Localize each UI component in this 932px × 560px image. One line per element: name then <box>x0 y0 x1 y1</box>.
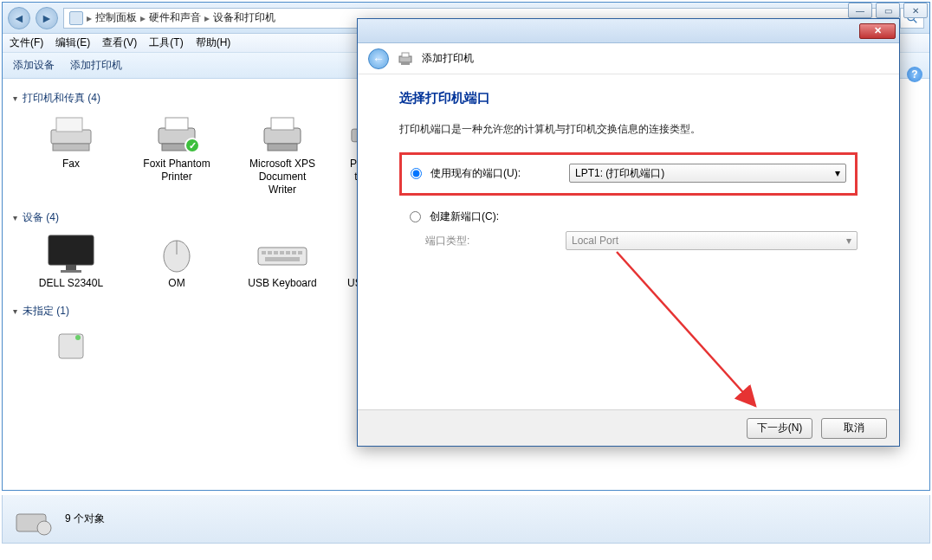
use-existing-port-radio[interactable] <box>411 168 422 179</box>
nav-forward-button[interactable]: ► <box>36 7 58 29</box>
breadcrumb-item[interactable]: 设备和打印机 <box>213 10 275 25</box>
svg-rect-4 <box>53 144 89 151</box>
check-badge-icon: ✓ <box>184 138 200 153</box>
help-button[interactable]: ? <box>907 67 922 82</box>
item-label: Foxit PhantomPrinter <box>143 158 210 183</box>
item-label: OM <box>168 277 184 290</box>
device-monitor[interactable]: DELL S2340L <box>23 232 119 290</box>
dialog-heading: 选择打印机端口 <box>399 90 858 106</box>
svg-point-30 <box>75 335 81 340</box>
create-new-port-row: 创建新端口(C): <box>399 208 858 226</box>
svg-rect-21 <box>274 251 278 254</box>
dialog-title: 添加打印机 <box>422 51 474 66</box>
mouse-icon <box>151 232 203 274</box>
group-title: 设备 (4) <box>23 210 59 225</box>
device-keyboard[interactable]: USB Keyboard <box>235 232 330 290</box>
chevron-down-icon: ▾ <box>13 213 17 222</box>
use-existing-port-row: 使用现有的端口(U): LPT1: (打印机端口) ▾ <box>411 162 846 184</box>
item-label: USB Keyboard <box>248 277 316 290</box>
menu-tools[interactable]: 工具(T) <box>149 35 183 50</box>
maximize-button[interactable]: ▭ <box>876 3 900 18</box>
svg-rect-13 <box>49 235 94 265</box>
dialog-titlebar: ✕ <box>358 19 899 43</box>
svg-rect-3 <box>56 118 82 132</box>
minimize-button[interactable]: — <box>848 3 872 18</box>
port-type-label: 端口类型: <box>418 234 557 248</box>
svg-rect-14 <box>66 265 76 270</box>
dialog-description: 打印机端口是一种允许您的计算机与打印机交换信息的连接类型。 <box>399 122 858 137</box>
svg-rect-25 <box>298 251 302 254</box>
breadcrumb-item[interactable]: 硬件和声音 <box>149 10 201 25</box>
create-new-port-label: 创建新端口(C): <box>430 209 499 224</box>
svg-rect-19 <box>262 251 266 254</box>
menu-edit[interactable]: 编辑(E) <box>55 35 90 50</box>
svg-rect-15 <box>61 270 81 273</box>
svg-rect-24 <box>292 251 296 254</box>
port-type-row: 端口类型: Local Port ▾ <box>399 226 858 250</box>
item-label: DELL S2340L <box>39 277 103 290</box>
device-mouse[interactable]: OM <box>129 232 224 290</box>
status-bar: 9 个对象 <box>2 495 930 544</box>
dialog-footer: 下一步(N) 取消 <box>358 409 899 446</box>
svg-rect-9 <box>271 118 294 130</box>
item-label: Microsoft XPSDocumentWriter <box>249 158 315 196</box>
device-icon <box>45 325 97 367</box>
chevron-right-icon: ▸ <box>204 12 210 24</box>
dialog-back-button[interactable]: ← <box>368 48 389 69</box>
chevron-down-icon: ▾ <box>846 235 851 247</box>
svg-rect-34 <box>402 53 409 57</box>
svg-point-32 <box>37 521 51 535</box>
toolbar-add-printer[interactable]: 添加打印机 <box>70 58 122 73</box>
chevron-right-icon: ▸ <box>140 12 146 24</box>
monitor-icon <box>45 232 97 274</box>
device-unspec[interactable] <box>23 325 119 367</box>
menu-help[interactable]: 帮助(H) <box>196 35 231 50</box>
dialog-body: 选择打印机端口 打印机端口是一种允许您的计算机与打印机交换信息的连接类型。 使用… <box>358 74 899 250</box>
nav-back-button[interactable]: ◄ <box>8 7 30 29</box>
svg-line-1 <box>914 19 917 23</box>
chevron-down-icon: ▾ <box>835 167 840 179</box>
svg-rect-20 <box>268 251 272 254</box>
svg-rect-18 <box>258 248 307 265</box>
svg-rect-8 <box>264 128 301 144</box>
status-text: 9 个对象 <box>65 512 105 526</box>
item-label: Fax <box>62 158 80 171</box>
dropdown-value: Local Port <box>572 235 618 247</box>
create-new-port-radio[interactable] <box>410 211 421 222</box>
menu-view[interactable]: 查看(V) <box>102 35 137 50</box>
printer-foxit[interactable]: ✓ Foxit PhantomPrinter <box>129 113 224 196</box>
next-button[interactable]: 下一步(N) <box>747 418 812 439</box>
printer-fax[interactable]: Fax <box>23 113 119 196</box>
highlight-annotation: 使用现有的端口(U): LPT1: (打印机端口) ▾ <box>399 152 858 196</box>
menu-file[interactable]: 文件(F) <box>10 35 43 50</box>
printer-icon <box>398 52 413 66</box>
svg-rect-22 <box>280 251 284 254</box>
chevron-down-icon: ▾ <box>13 306 17 316</box>
svg-rect-23 <box>286 251 290 254</box>
add-printer-dialog: ✕ ← 添加打印机 选择打印机端口 打印机端口是一种允许您的计算机与打印机交换信… <box>357 18 900 447</box>
close-button[interactable]: ✕ <box>903 3 928 18</box>
fax-icon <box>45 113 97 154</box>
printer-icon: ✓ <box>151 113 203 154</box>
svg-rect-26 <box>265 257 300 261</box>
chevron-down-icon: ▾ <box>13 93 17 103</box>
chevron-right-icon: ▸ <box>87 12 92 24</box>
dialog-header: ← 添加打印机 <box>358 43 899 74</box>
svg-rect-35 <box>401 62 410 65</box>
printer-icon <box>256 113 308 154</box>
dropdown-value: LPT1: (打印机端口) <box>575 166 664 181</box>
svg-rect-6 <box>165 118 188 130</box>
use-existing-port-label: 使用现有的端口(U): <box>430 166 560 181</box>
window-controls: — ▭ ✕ <box>848 3 928 18</box>
dialog-close-button[interactable]: ✕ <box>859 23 896 39</box>
printer-xps[interactable]: Microsoft XPSDocumentWriter <box>235 113 330 196</box>
toolbar-add-device[interactable]: 添加设备 <box>13 58 55 73</box>
control-panel-icon <box>69 11 83 25</box>
svg-rect-10 <box>268 144 297 151</box>
port-type-dropdown: Local Port ▾ <box>566 231 858 250</box>
cancel-button[interactable]: 取消 <box>821 418 887 439</box>
existing-port-dropdown[interactable]: LPT1: (打印机端口) ▾ <box>569 164 846 183</box>
devices-icon <box>13 502 55 537</box>
breadcrumb-item[interactable]: 控制面板 <box>95 10 137 25</box>
group-title: 未指定 (1) <box>23 304 69 319</box>
